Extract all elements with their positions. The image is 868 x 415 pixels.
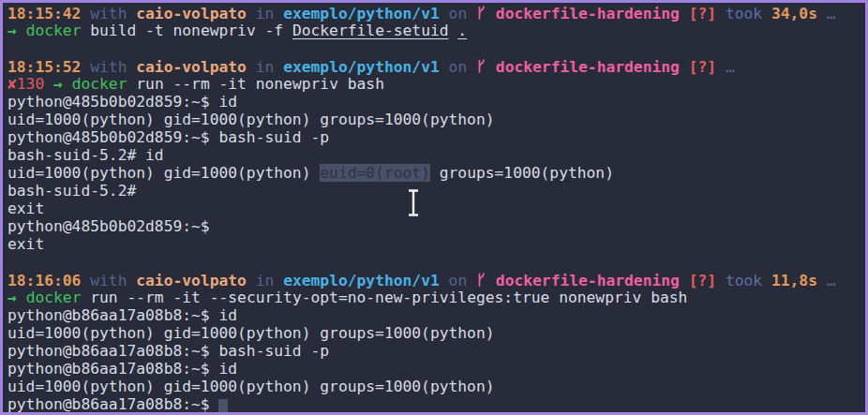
terminal-text-segment: uid=1000(python) gid=1000(python) groups…	[7, 324, 495, 342]
terminal-text-segment	[762, 272, 771, 289]
terminal-text-segment	[17, 22, 26, 39]
terminal-text-segment: with	[90, 5, 127, 22]
terminal-text-segment: 18:16:06	[7, 272, 81, 289]
terminal-text-segment: 18:15:42	[7, 5, 81, 22]
terminal-text-segment: [?]	[689, 5, 716, 22]
terminal-text-segment	[486, 272, 496, 289]
terminal-text-segment: on	[449, 58, 468, 76]
terminal-text-segment: docker	[26, 22, 82, 39]
terminal-text-segment	[449, 22, 458, 39]
terminal-line: → docker run --rm -it --security-opt=no-…	[7, 289, 865, 306]
terminal-text-segment: build -t nonewpriv -f	[81, 22, 292, 39]
terminal-text-segment: dockerfile-hardening	[496, 272, 680, 289]
terminal-text-segment	[817, 5, 827, 22]
terminal-text-segment: exit	[7, 235, 44, 253]
terminal-text-segment	[762, 5, 771, 22]
terminal-text-segment	[716, 58, 726, 76]
terminal-text-segment: …	[726, 58, 735, 76]
terminal-text-segment: dockerfile-hardening	[496, 58, 680, 76]
terminal-text-segment: groups=1000(python)	[430, 164, 614, 182]
terminal-text-segment	[247, 272, 256, 289]
terminal-text-segment	[274, 272, 283, 289]
terminal-line: bash-suid-5.2# id	[7, 146, 865, 164]
terminal-text-segment	[680, 272, 689, 289]
terminal-text-segment: caio-volpato	[136, 5, 247, 22]
terminal-text-segment: python@485b0b02d859:~$ id	[7, 93, 237, 111]
terminal-text-segment: 11,8s	[771, 272, 817, 289]
terminal-text-segment	[716, 272, 726, 289]
terminal-text-segment: Dockerfile-setuid	[292, 22, 449, 39]
terminal-text-segment	[17, 289, 26, 306]
terminal-line: → docker build -t nonewpriv -f Dockerfil…	[7, 22, 865, 39]
terminal-text-segment	[127, 272, 136, 289]
terminal-line: bash-suid-5.2#	[7, 182, 865, 200]
terminal-text-segment: on	[449, 5, 468, 22]
terminal-line: 18:16:06 with caio-volpato in exemplo/py…	[7, 271, 865, 289]
terminal-text-segment: python@b86aa17a08b8:~$ bash-suid -p	[7, 342, 329, 360]
terminal-text-segment: [?]	[689, 272, 716, 289]
terminal-text-segment	[486, 58, 496, 76]
git-branch-icon	[476, 5, 486, 22]
terminal-output: 18:15:42 with caio-volpato in exemplo/py…	[7, 4, 865, 413]
terminal-text-segment: dockerfile-hardening	[496, 5, 680, 22]
terminal-line: python@b86aa17a08b8:~$	[7, 395, 865, 413]
terminal-text-segment	[467, 58, 476, 76]
terminal-text-segment: bash-suid-5.2#	[7, 182, 136, 200]
terminal-text-segment: in	[256, 5, 275, 22]
terminal-line: exit	[7, 235, 865, 253]
terminal-text-segment: run --rm -it nonewpriv bash	[127, 75, 383, 93]
terminal-text-segment: exemplo/python/v1	[283, 5, 440, 22]
terminal-line: 18:15:52 with caio-volpato in exemplo/py…	[7, 57, 865, 75]
terminal-text-segment	[467, 272, 476, 289]
terminal-text-segment: …	[827, 272, 836, 289]
terminal-text-segment: ✘130	[7, 75, 44, 93]
terminal-text-segment: python@b86aa17a08b8:~$	[7, 395, 218, 413]
terminal-text-segment	[440, 58, 449, 76]
terminal-text-segment: in	[256, 272, 275, 289]
terminal-text-segment	[440, 5, 449, 22]
terminal-text-segment: .	[457, 22, 467, 39]
terminal-text-segment: 34,0s	[771, 5, 817, 22]
terminal-text-segment: 18:15:52	[7, 58, 81, 76]
terminal-line: exit	[7, 200, 865, 217]
terminal-line: 18:15:42 with caio-volpato in exemplo/py…	[7, 4, 865, 22]
terminal-text-segment: run --rm -it --security-opt=no-new-privi…	[81, 289, 687, 306]
git-branch-icon	[476, 272, 486, 289]
terminal-line: python@485b0b02d859:~$ id	[7, 93, 865, 111]
terminal-text-segment: uid=1000(python) gid=1000(python) groups…	[7, 378, 495, 395]
terminal-text-segment	[274, 5, 283, 22]
terminal-text-segment: in	[256, 58, 275, 76]
terminal-text-segment: python@b86aa17a08b8:~$ id	[7, 306, 237, 324]
terminal-window[interactable]: 18:15:42 with caio-volpato in exemplo/py…	[0, 0, 868, 415]
terminal-line: uid=1000(python) gid=1000(python) euid=0…	[7, 164, 865, 182]
terminal-line: uid=1000(python) gid=1000(python) groups…	[7, 111, 865, 128]
terminal-text-segment	[247, 58, 256, 76]
terminal-text-segment: →	[53, 75, 63, 93]
terminal-text-segment: exit	[7, 200, 44, 217]
terminal-line: ✘130 → docker run --rm -it nonewpriv bas…	[7, 75, 865, 93]
terminal-line: python@485b0b02d859:~$	[7, 217, 865, 235]
terminal-text-segment: [?]	[689, 58, 716, 76]
terminal-text-segment: with	[90, 272, 127, 289]
terminal-text-segment	[81, 272, 90, 289]
terminal-text-segment	[247, 5, 256, 22]
terminal-text-segment: bash-suid-5.2# id	[7, 146, 164, 164]
terminal-text-segment	[716, 5, 726, 22]
terminal-line: python@b86aa17a08b8:~$ id	[7, 360, 865, 378]
terminal-text-segment: took	[726, 272, 762, 289]
git-branch-icon	[476, 58, 486, 76]
terminal-text-segment: caio-volpato	[136, 272, 247, 289]
terminal-line	[7, 39, 865, 57]
terminal-text-segment: euid=0(root)	[320, 164, 430, 182]
terminal-text-segment	[274, 58, 283, 76]
terminal-text-segment: →	[7, 289, 17, 306]
terminal-text-segment: docker	[72, 75, 127, 93]
terminal-text-segment: with	[90, 58, 127, 76]
terminal-text-segment: exemplo/python/v1	[283, 272, 440, 289]
terminal-text-segment: on	[449, 272, 468, 289]
terminal-text-segment: uid=1000(python) gid=1000(python) groups…	[7, 111, 495, 128]
terminal-text-segment	[440, 272, 449, 289]
terminal-text-segment	[817, 272, 827, 289]
terminal-text-segment: python@485b0b02d859:~$ bash-suid -p	[7, 128, 329, 146]
terminal-line: python@b86aa17a08b8:~$ bash-suid -p	[7, 342, 865, 360]
